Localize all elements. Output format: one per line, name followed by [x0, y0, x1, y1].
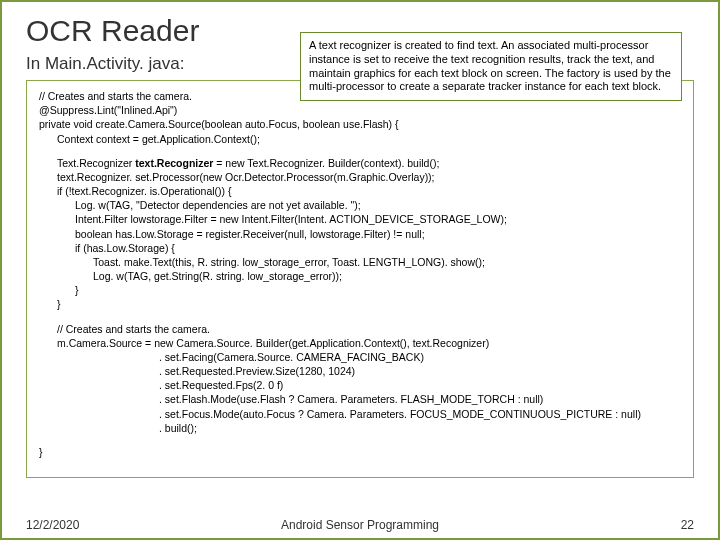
code-line: . set.Facing(Camera.Source. CAMERA_FACIN…	[39, 351, 424, 363]
code-line: private void create.Camera.Source(boolea…	[39, 118, 399, 130]
code-text: Text.Recognizer	[57, 157, 135, 169]
footer-page: 22	[681, 518, 694, 532]
slide: OCR Reader In Main.Activity. java: A tex…	[0, 0, 720, 540]
code-close: }	[39, 445, 681, 459]
code-line: Context context = get.Application.Contex…	[39, 133, 260, 145]
code-line: . set.Flash.Mode(use.Flash ? Camera. Par…	[39, 393, 543, 405]
footer-date: 12/2/2020	[26, 518, 79, 532]
code-line: // Creates and starts the camera.	[39, 323, 210, 335]
code-line: boolean has.Low.Storage = register.Recei…	[39, 228, 425, 240]
code-box: // Creates and starts the camera. @Suppr…	[26, 80, 694, 478]
footer-title: Android Sensor Programming	[26, 518, 694, 532]
code-line: . set.Requested.Fps(2. 0 f)	[39, 379, 283, 391]
code-line: }	[39, 284, 79, 296]
code-line: Log. w(TAG, "Detector dependencies are n…	[39, 199, 361, 211]
code-line: Toast. make.Text(this, R. string. low_st…	[39, 256, 485, 268]
code-line: Log. w(TAG, get.String(R. string. low_st…	[39, 270, 342, 282]
code-block-3: // Creates and starts the camera. m.Came…	[39, 322, 681, 435]
code-line: . build();	[39, 422, 197, 434]
code-line: m.Camera.Source = new Camera.Source. Bui…	[39, 337, 489, 349]
code-block-2: Text.Recognizer text.Recognizer = new Te…	[39, 156, 681, 312]
code-line: // Creates and starts the camera.	[39, 90, 192, 102]
code-line: . set.Requested.Preview.Size(1280, 1024)	[39, 365, 355, 377]
code-line: if (!text.Recognizer. is.Operational()) …	[39, 185, 232, 197]
code-line: }	[39, 298, 61, 310]
code-line: Intent.Filter lowstorage.Filter = new In…	[39, 213, 507, 225]
footer: 12/2/2020 Android Sensor Programming 22	[26, 518, 694, 532]
code-line: Text.Recognizer text.Recognizer = new Te…	[39, 157, 439, 169]
code-bold: text.Recognizer	[135, 157, 213, 169]
code-line: }	[39, 446, 43, 458]
code-line: @Suppress.Lint("Inlined.Api")	[39, 104, 177, 116]
code-line: if (has.Low.Storage) {	[39, 242, 175, 254]
callout-box: A text recognizer is created to find tex…	[300, 32, 682, 101]
code-line: text.Recognizer. set.Processor(new Ocr.D…	[39, 171, 435, 183]
code-text: = new Text.Recognizer. Builder(context).…	[213, 157, 439, 169]
code-line: . set.Focus.Mode(auto.Focus ? Camera. Pa…	[39, 408, 641, 420]
